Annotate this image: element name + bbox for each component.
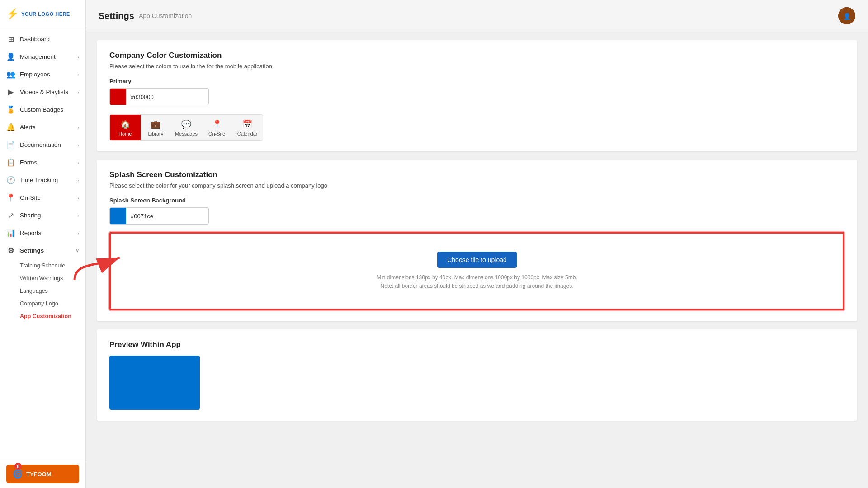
sidebar-item-reports[interactable]: 📊 Reports › — [0, 224, 85, 242]
mobile-nav-preview: 🏠 Home 💼 Library 💬 Messages 📍 On-Site 📅 — [109, 114, 263, 141]
settings-icon: ⚙ — [6, 246, 15, 255]
sharing-icon: ↗ — [6, 211, 15, 220]
tyfoom-button[interactable]: 8 🌀 TYFOOM — [6, 465, 79, 483]
company-color-section: Company Color Customization Please selec… — [97, 40, 857, 151]
chevron-right-icon: › — [77, 160, 79, 165]
header-title-area: Settings App Customization — [99, 11, 192, 21]
home-icon: 🏠 — [120, 119, 130, 129]
chevron-right-icon: › — [77, 178, 79, 183]
documentation-icon: 📄 — [6, 141, 15, 149]
management-icon: 👤 — [6, 52, 15, 61]
sidebar-item-documentation[interactable]: 📄 Documentation › — [0, 136, 85, 154]
page-header: Settings App Customization 👤 — [86, 0, 868, 32]
logo-text: YOUR LOGO HERE — [21, 11, 70, 17]
calendar-icon: 📅 — [242, 119, 252, 129]
dashboard-icon: ⊞ — [6, 35, 15, 43]
avatar[interactable]: 👤 — [838, 7, 855, 24]
splash-bg-label: Splash Screen Background — [109, 197, 844, 204]
content-area: Company Color Customization Please selec… — [86, 32, 868, 488]
chevron-down-icon: ∨ — [75, 248, 79, 253]
page-subtitle: App Customization — [139, 12, 192, 19]
tyfoom-badge: 8 — [14, 463, 22, 470]
main-content: Settings App Customization 👤 Company Col… — [86, 0, 868, 488]
library-icon: 💼 — [151, 119, 160, 129]
badges-icon: 🏅 — [6, 105, 15, 114]
chevron-right-icon: › — [77, 72, 79, 77]
company-color-desc: Please select the colors to use in the f… — [109, 63, 844, 70]
splash-screen-section: Splash Screen Customization Please selec… — [97, 160, 857, 321]
chevron-right-icon: › — [77, 125, 79, 130]
time-tracking-icon: 🕐 — [6, 176, 15, 184]
sidebar-item-videos[interactable]: ▶ Videos & Playlists › — [0, 83, 85, 101]
chevron-right-icon: › — [77, 213, 79, 218]
sidebar-sub-languages[interactable]: Languages — [0, 285, 85, 297]
mobile-nav-home: 🏠 Home — [110, 115, 141, 140]
logo-bolt-icon: ⚡ — [6, 8, 19, 20]
primary-color-value[interactable] — [126, 94, 209, 100]
sidebar-item-time-tracking[interactable]: 🕐 Time Tracking › — [0, 171, 85, 189]
sidebar: ⚡ YOUR LOGO HERE ⊞ Dashboard 👤 Managemen… — [0, 0, 86, 488]
splash-color-value[interactable] — [126, 213, 209, 220]
messages-icon: 💬 — [181, 119, 191, 129]
on-site-icon: 📍 — [6, 193, 15, 202]
upload-area: Choose file to upload Min dimensions 130… — [109, 232, 844, 310]
mobile-nav-calendar: 📅 Calendar — [232, 115, 263, 140]
sidebar-item-forms[interactable]: 📋 Forms › — [0, 154, 85, 171]
chevron-right-icon: › — [77, 142, 79, 148]
employees-icon: 👥 — [6, 70, 15, 79]
chevron-right-icon: › — [77, 230, 79, 236]
sidebar-item-management[interactable]: 👤 Management › — [0, 48, 85, 66]
alerts-icon: 🔔 — [6, 123, 15, 131]
sidebar-item-sharing[interactable]: ↗ Sharing › — [0, 206, 85, 224]
chevron-right-icon: › — [77, 195, 79, 201]
svg-text:👤: 👤 — [843, 13, 851, 20]
sidebar-item-employees[interactable]: 👥 Employees › — [0, 66, 85, 83]
sidebar-item-settings[interactable]: ⚙ Settings ∨ — [0, 242, 85, 259]
sidebar-item-dashboard[interactable]: ⊞ Dashboard — [0, 30, 85, 48]
choose-file-button[interactable]: Choose file to upload — [437, 252, 517, 268]
sidebar-item-alerts[interactable]: 🔔 Alerts › — [0, 118, 85, 136]
mobile-nav-messages: 💬 Messages — [171, 115, 202, 140]
primary-color-swatch[interactable] — [110, 89, 126, 105]
sidebar-item-custom-badges[interactable]: 🏅 Custom Badges — [0, 101, 85, 118]
mobile-nav-onsite: 📍 On-Site — [202, 115, 232, 140]
page-title: Settings — [99, 11, 134, 21]
splash-color-input-row — [109, 207, 209, 225]
primary-color-label: Primary — [109, 78, 844, 84]
sidebar-sub-written-warnings[interactable]: Written Warnings — [0, 272, 85, 285]
logo-area: ⚡ YOUR LOGO HERE — [0, 0, 85, 28]
onsite-preview-icon: 📍 — [212, 119, 222, 129]
preview-section: Preview Within App — [97, 329, 857, 421]
sidebar-sub-app-customization[interactable]: App Customization — [0, 310, 85, 323]
preview-title: Preview Within App — [109, 340, 844, 349]
company-color-title: Company Color Customization — [109, 51, 844, 60]
sidebar-bottom: 8 🌀 TYFOOM — [0, 460, 85, 488]
splash-color-swatch[interactable] — [110, 208, 126, 224]
chevron-right-icon: › — [77, 89, 79, 95]
sidebar-sub-company-logo[interactable]: Company Logo — [0, 297, 85, 310]
reports-icon: 📊 — [6, 229, 15, 237]
chevron-right-icon: › — [77, 54, 79, 60]
tyfoom-label: TYFOOM — [26, 471, 52, 478]
upload-hint-2: Note: all border areas should be strippe… — [122, 282, 832, 291]
sidebar-sub-training-schedule[interactable]: Training Schedule — [0, 259, 85, 272]
sidebar-nav: ⊞ Dashboard 👤 Management › 👥 Employees ›… — [0, 28, 85, 460]
primary-color-input-row — [109, 88, 209, 105]
sidebar-item-on-site[interactable]: 📍 On-Site › — [0, 189, 85, 206]
splash-screen-desc: Please select the color for your company… — [109, 182, 844, 189]
splash-screen-title: Splash Screen Customization — [109, 170, 844, 179]
tyfoom-icon: 🌀 — [13, 469, 23, 479]
videos-icon: ▶ — [6, 88, 15, 96]
forms-icon: 📋 — [6, 158, 15, 167]
upload-hint-1: Min dimensions 130px by 40px. Max dimens… — [122, 273, 832, 282]
app-preview-phone — [109, 356, 200, 410]
mobile-nav-library: 💼 Library — [141, 115, 171, 140]
